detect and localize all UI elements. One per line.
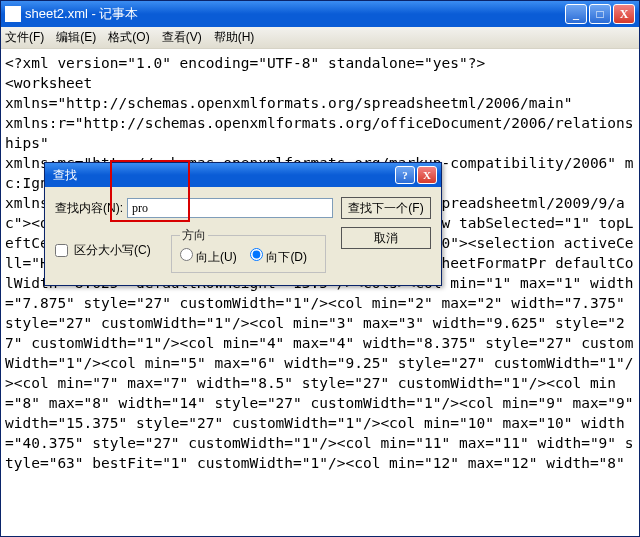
text-area[interactable]: <?xml version="1.0" encoding="UTF-8" sta…	[1, 49, 639, 536]
menu-help[interactable]: 帮助(H)	[214, 29, 255, 46]
direction-down-text: 向下(D)	[266, 250, 307, 264]
cancel-button[interactable]: 取消	[341, 227, 431, 249]
match-case-checkbox[interactable]	[55, 244, 68, 257]
find-next-button[interactable]: 查找下一个(F)	[341, 197, 431, 219]
direction-down-radio[interactable]	[250, 248, 263, 261]
menu-format[interactable]: 格式(O)	[108, 29, 149, 46]
window-controls: _ □ X	[565, 4, 635, 24]
window-title: sheet2.xml - 记事本	[25, 5, 565, 23]
direction-up-radio[interactable]	[180, 248, 193, 261]
minimize-button[interactable]: _	[565, 4, 587, 24]
find-dialog-body: 查找内容(N): 查找下一个(F) 取消 区分大小写(C) 方向 向上(U) 向…	[45, 187, 441, 285]
menu-edit[interactable]: 编辑(E)	[56, 29, 96, 46]
close-button[interactable]: X	[613, 4, 635, 24]
direction-up-text: 向上(U)	[196, 250, 237, 264]
titlebar[interactable]: sheet2.xml - 记事本 _ □ X	[1, 1, 639, 27]
menu-file[interactable]: 文件(F)	[5, 29, 44, 46]
direction-up-label[interactable]: 向上(U)	[180, 250, 237, 264]
find-dialog-titlebar[interactable]: 查找 ? X	[45, 163, 441, 187]
find-input[interactable]	[127, 198, 333, 218]
help-button[interactable]: ?	[395, 166, 415, 184]
find-label: 查找内容(N):	[55, 200, 123, 217]
direction-down-label[interactable]: 向下(D)	[250, 250, 307, 264]
find-dialog-controls: ? X	[395, 166, 437, 184]
menu-view[interactable]: 查看(V)	[162, 29, 202, 46]
app-icon	[5, 6, 21, 22]
find-dialog: 查找 ? X 查找内容(N): 查找下一个(F) 取消 区分大小写(C) 方向 …	[44, 162, 442, 286]
maximize-button[interactable]: □	[589, 4, 611, 24]
find-dialog-title: 查找	[49, 167, 395, 184]
match-case-label: 区分大小写(C)	[74, 242, 151, 259]
direction-legend: 方向	[180, 227, 208, 244]
find-close-button[interactable]: X	[417, 166, 437, 184]
menubar: 文件(F) 编辑(E) 格式(O) 查看(V) 帮助(H)	[1, 27, 639, 49]
direction-fieldset: 方向 向上(U) 向下(D)	[171, 227, 326, 273]
